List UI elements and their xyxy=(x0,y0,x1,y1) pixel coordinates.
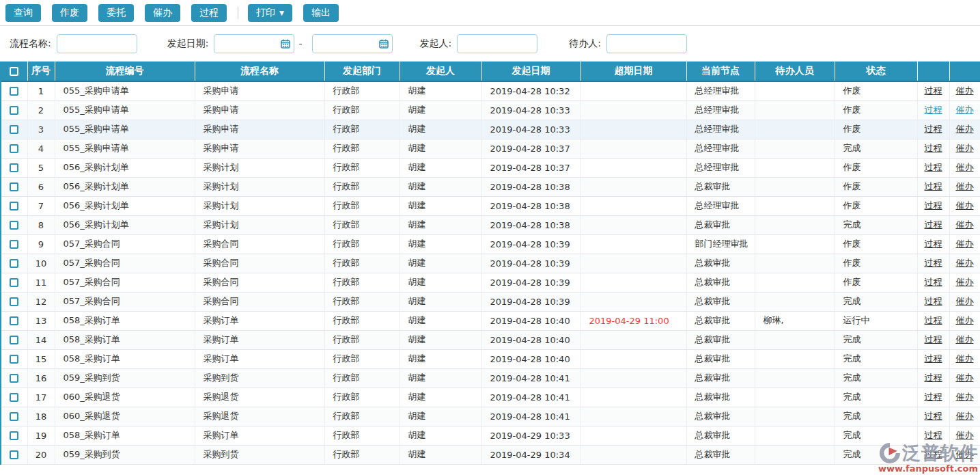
process-link[interactable]: 过程 xyxy=(925,430,942,440)
row-checkbox[interactable] xyxy=(10,374,18,383)
process-link[interactable]: 过程 xyxy=(925,258,942,268)
row-checkbox[interactable] xyxy=(10,202,18,211)
process-link[interactable]: 过程 xyxy=(925,392,942,402)
row-index: 2 xyxy=(27,100,55,120)
row-checkbox[interactable] xyxy=(10,163,18,172)
urge-link[interactable]: 催办 xyxy=(956,239,974,249)
todo-person-input[interactable] xyxy=(606,34,687,53)
urge-link[interactable]: 催办 xyxy=(956,449,974,459)
process-link[interactable]: 过程 xyxy=(925,105,942,115)
process-name-input[interactable] xyxy=(57,34,137,53)
process-link[interactable]: 过程 xyxy=(925,219,942,230)
process-link-cell: 过程 xyxy=(917,368,949,388)
row-checkbox[interactable] xyxy=(10,240,18,249)
process-button[interactable]: 过程 xyxy=(191,4,227,22)
urge-link[interactable]: 催办 xyxy=(956,296,974,306)
row-checkbox[interactable] xyxy=(10,336,18,344)
row-checkbox[interactable] xyxy=(10,106,18,115)
process-link[interactable]: 过程 xyxy=(925,353,942,364)
process-link[interactable]: 过程 xyxy=(925,411,942,421)
row-checkbox[interactable] xyxy=(10,393,18,402)
chevron-down-icon: ▼ xyxy=(279,10,284,16)
urge-link-cell: 催办 xyxy=(949,254,980,273)
process-link[interactable]: 过程 xyxy=(925,334,942,344)
row-checkbox[interactable] xyxy=(10,182,18,191)
date-range-separator: - xyxy=(298,38,302,49)
process-code: 057_采购合同 xyxy=(55,234,195,254)
process-link[interactable]: 过程 xyxy=(925,143,942,153)
row-index: 13 xyxy=(27,311,55,330)
urge-link[interactable]: 催办 xyxy=(956,277,974,287)
process-link[interactable]: 过程 xyxy=(925,181,942,191)
calendar-icon[interactable] xyxy=(379,39,389,49)
row-checkbox-cell xyxy=(1,445,27,464)
urge-link[interactable]: 催办 xyxy=(956,105,974,115)
row-checkbox[interactable] xyxy=(10,278,18,287)
status: 完成 xyxy=(835,330,917,349)
row-checkbox[interactable] xyxy=(10,144,18,153)
urge-link[interactable]: 催办 xyxy=(956,353,974,364)
department: 行政部 xyxy=(324,100,400,120)
urge-link[interactable]: 催办 xyxy=(956,143,974,153)
urge-link-cell: 催办 xyxy=(949,158,980,177)
urge-link[interactable]: 催办 xyxy=(956,372,974,383)
select-all-checkbox[interactable] xyxy=(10,67,18,76)
current-node: 总经理审批 xyxy=(686,196,755,215)
row-checkbox[interactable] xyxy=(10,450,18,459)
row-checkbox[interactable] xyxy=(10,125,18,134)
print-dropdown-button[interactable]: 打印 ▼ xyxy=(248,4,292,22)
void-button[interactable]: 作废 xyxy=(52,4,87,22)
urge-link[interactable]: 催办 xyxy=(956,392,974,402)
urge-link[interactable]: 催办 xyxy=(956,334,974,344)
process-link[interactable]: 过程 xyxy=(925,85,942,96)
urge-link[interactable]: 催办 xyxy=(956,219,974,230)
urge-link[interactable]: 催办 xyxy=(956,430,974,440)
urge-link[interactable]: 催办 xyxy=(956,411,974,421)
overdue-date xyxy=(580,120,686,139)
initiator: 胡建 xyxy=(400,139,481,158)
urge-link[interactable]: 催办 xyxy=(956,315,974,325)
overdue-date xyxy=(580,407,686,426)
process-link[interactable]: 过程 xyxy=(925,372,942,383)
process-link[interactable]: 过程 xyxy=(925,200,942,211)
row-checkbox[interactable] xyxy=(10,221,18,230)
row-checkbox[interactable] xyxy=(10,412,18,421)
initiator: 胡建 xyxy=(400,426,481,445)
status: 作废 xyxy=(835,196,917,215)
urge-link[interactable]: 催办 xyxy=(956,258,974,268)
urge-link[interactable]: 催办 xyxy=(956,162,974,172)
output-button[interactable]: 输出 xyxy=(303,4,339,22)
initiator-input[interactable] xyxy=(457,34,537,53)
urge-link[interactable]: 催办 xyxy=(956,200,974,211)
process-link[interactable]: 过程 xyxy=(925,162,942,172)
overdue-date xyxy=(580,254,686,273)
column-header-todo-person: 待办人员 xyxy=(755,62,835,81)
urge-link[interactable]: 催办 xyxy=(956,124,974,134)
urge-link-cell: 催办 xyxy=(949,388,980,407)
process-link[interactable]: 过程 xyxy=(925,449,942,459)
row-checkbox-cell xyxy=(1,407,27,426)
start-date: 2019-04-28 10:38 xyxy=(481,177,580,196)
row-checkbox[interactable] xyxy=(10,259,18,268)
query-button[interactable]: 查询 xyxy=(5,4,41,22)
row-checkbox[interactable] xyxy=(10,316,18,325)
process-link[interactable]: 过程 xyxy=(925,296,942,306)
row-checkbox[interactable] xyxy=(10,87,18,96)
process-link[interactable]: 过程 xyxy=(925,315,942,325)
start-date: 2019-04-28 10:38 xyxy=(481,196,580,215)
urge-button[interactable]: 催办 xyxy=(145,4,180,22)
row-checkbox[interactable] xyxy=(10,297,18,306)
row-checkbox[interactable] xyxy=(10,355,18,364)
process-link[interactable]: 过程 xyxy=(925,239,942,249)
process-link[interactable]: 过程 xyxy=(925,124,942,134)
calendar-icon[interactable] xyxy=(281,39,290,49)
urge-link[interactable]: 催办 xyxy=(956,85,974,96)
urge-link[interactable]: 催办 xyxy=(956,181,974,191)
urge-link-cell: 催办 xyxy=(949,311,980,330)
row-checkbox[interactable] xyxy=(10,431,18,440)
process-link[interactable]: 过程 xyxy=(925,277,942,287)
row-index: 3 xyxy=(27,120,55,139)
filter-bar: 流程名称: 发起日期: - xyxy=(0,26,980,62)
delegate-button[interactable]: 委托 xyxy=(98,4,134,22)
status: 作废 xyxy=(835,100,917,120)
